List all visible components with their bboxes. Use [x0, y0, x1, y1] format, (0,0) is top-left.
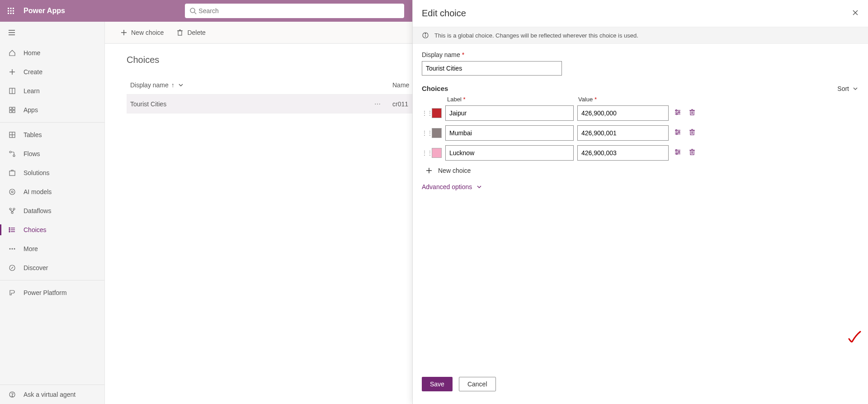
svg-point-39	[9, 248, 11, 250]
row-more-icon[interactable]: ⋯	[374, 100, 392, 108]
choice-row: ⋮⋮	[422, 105, 859, 121]
delete-button[interactable]: Delete	[172, 26, 210, 39]
search-input[interactable]	[198, 7, 400, 14]
choice-value-input[interactable]	[577, 145, 669, 161]
settings-icon[interactable]	[672, 107, 683, 119]
choice-label-input[interactable]	[445, 105, 574, 121]
dataflows-icon	[8, 207, 16, 214]
nav-flows[interactable]: Flows	[0, 144, 104, 163]
svg-point-36	[9, 228, 10, 228]
sort-button[interactable]: Sort	[837, 85, 859, 92]
home-icon	[8, 49, 16, 57]
platform-icon	[8, 289, 16, 296]
nav-label: Tables	[24, 131, 42, 138]
nav-discover[interactable]: Discover	[0, 258, 104, 277]
app-title: Power Apps	[22, 7, 65, 15]
panel-title: Edit choice	[422, 8, 466, 19]
svg-rect-72	[690, 130, 694, 135]
choice-row: ⋮⋮	[422, 125, 859, 141]
svg-point-81	[679, 152, 680, 153]
drag-handle-icon[interactable]: ⋮⋮	[422, 110, 428, 116]
nav-ask-agent[interactable]: Ask a virtual agent	[0, 385, 104, 404]
advanced-options-link[interactable]: Advanced options	[422, 183, 859, 190]
settings-icon[interactable]	[672, 147, 683, 159]
nav-more[interactable]: More	[0, 239, 104, 258]
delete-icon[interactable]	[687, 107, 698, 119]
drag-handle-icon[interactable]: ⋮⋮	[422, 150, 428, 156]
nav-ai-models[interactable]: AI models	[0, 182, 104, 201]
edit-choice-panel: Edit choice This is a global choice. Cha…	[412, 0, 868, 404]
svg-point-37	[9, 229, 10, 230]
choice-label-input[interactable]	[445, 125, 574, 141]
nav-label: Choices	[24, 226, 47, 233]
nav-power-platform[interactable]: Power Platform	[0, 283, 104, 302]
nav-home[interactable]: Home	[0, 43, 104, 62]
svg-rect-3	[8, 10, 9, 12]
svg-rect-21	[13, 110, 15, 113]
chevron-down-icon	[177, 81, 184, 89]
nav-apps[interactable]: Apps	[0, 100, 104, 119]
cancel-button[interactable]: Cancel	[459, 377, 496, 391]
sort-asc-icon: ↑	[171, 81, 175, 89]
nav-create[interactable]: Create	[0, 62, 104, 81]
nav-label: Home	[24, 49, 40, 57]
nav-label: Create	[24, 68, 42, 76]
drag-handle-icon[interactable]: ⋮⋮	[422, 130, 428, 136]
help-icon	[8, 391, 16, 398]
hamburger-button[interactable]	[0, 22, 104, 43]
new-choice-button[interactable]: New choice	[116, 26, 168, 39]
svg-rect-18	[9, 107, 12, 109]
search-box[interactable]	[185, 4, 404, 18]
choice-label-input[interactable]	[445, 145, 574, 161]
svg-point-26	[13, 155, 15, 157]
settings-icon[interactable]	[672, 127, 683, 139]
choices-icon	[8, 226, 16, 233]
choice-value-input[interactable]	[577, 105, 669, 121]
delete-icon[interactable]	[687, 147, 698, 159]
svg-rect-20	[9, 110, 12, 113]
svg-rect-47	[178, 31, 182, 35]
svg-point-44	[12, 396, 13, 397]
svg-point-70	[679, 132, 680, 133]
nav-choices[interactable]: Choices	[0, 220, 104, 239]
svg-rect-4	[10, 10, 12, 12]
svg-point-54	[425, 33, 426, 34]
nav-label: Learn	[24, 87, 40, 95]
svg-rect-83	[690, 150, 694, 155]
color-swatch[interactable]	[432, 128, 442, 138]
svg-rect-0	[8, 8, 9, 9]
svg-point-31	[13, 208, 15, 210]
cmd-label: Delete	[187, 29, 205, 36]
svg-point-58	[676, 110, 677, 111]
delete-icon[interactable]	[687, 127, 698, 139]
nav-solutions[interactable]: Solutions	[0, 163, 104, 182]
nav-label: Apps	[24, 106, 38, 114]
table-icon	[8, 131, 16, 138]
svg-rect-19	[13, 107, 15, 109]
close-icon[interactable]	[852, 9, 859, 18]
column-display-name-header[interactable]: Display name ↑	[130, 81, 392, 89]
save-button[interactable]: Save	[422, 377, 453, 391]
cmd-label: New choice	[131, 29, 164, 36]
choice-value-input[interactable]	[577, 125, 669, 141]
nav-learn[interactable]: Learn	[0, 81, 104, 100]
svg-point-41	[14, 248, 15, 250]
svg-point-71	[676, 133, 678, 135]
column-name-header[interactable]: Name	[392, 81, 409, 89]
search-icon	[189, 7, 197, 14]
waffle-icon[interactable]	[0, 7, 22, 14]
svg-point-29	[11, 191, 13, 193]
svg-rect-27	[9, 171, 15, 176]
info-bar: This is a global choice. Changes will be…	[413, 27, 868, 44]
new-choice-inline-button[interactable]: New choice	[425, 167, 859, 174]
svg-point-38	[9, 231, 10, 232]
nav-tables[interactable]: Tables	[0, 125, 104, 144]
color-swatch[interactable]	[432, 148, 442, 158]
solutions-icon	[8, 169, 16, 176]
nav-dataflows[interactable]: Dataflows	[0, 201, 104, 220]
plus-icon	[425, 167, 433, 174]
display-name-input[interactable]	[422, 61, 562, 76]
chevron-down-icon	[852, 85, 859, 92]
nav-divider	[0, 280, 104, 280]
color-swatch[interactable]	[432, 108, 442, 118]
